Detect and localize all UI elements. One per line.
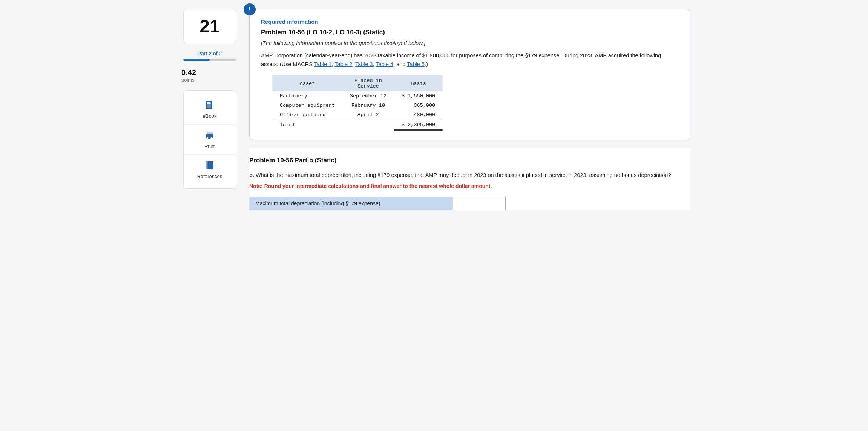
progress-bar — [183, 59, 236, 61]
asset-placed: September 12 — [342, 91, 394, 101]
part-label: Part 2 of 2 — [198, 51, 222, 57]
table2-link[interactable]: Table 2 — [334, 61, 352, 67]
references-tool[interactable]: References — [184, 155, 236, 185]
question-number: 21 — [183, 9, 236, 43]
part-b-title: Problem 10-56 Part b (Static) — [249, 157, 687, 164]
problem-intro: [The following information applies to th… — [261, 40, 679, 46]
info-icon: ! — [244, 3, 256, 15]
print-label: Print — [205, 143, 215, 149]
ebook-icon — [204, 100, 215, 112]
part-b-question: b. What is the maximum total depreciatio… — [249, 171, 687, 180]
references-label: References — [197, 174, 222, 179]
note-text: Note: Round your intermediate calculatio… — [249, 183, 687, 189]
total-basis: $ 2,395,000 — [394, 120, 443, 130]
input-row: Maximum total depreciation (including §1… — [249, 197, 506, 210]
points-box: 0.42 points — [181, 68, 196, 83]
svg-rect-15 — [209, 165, 211, 165]
svg-rect-14 — [209, 164, 212, 164]
input-field-cell — [453, 197, 506, 210]
input-label: Maximum total depreciation (including §1… — [249, 197, 453, 210]
table-row: Office building April 2 480,000 — [272, 110, 443, 120]
points-label: points — [181, 77, 195, 83]
asset-basis: $ 1,550,000 — [394, 91, 443, 101]
references-icon — [204, 160, 215, 172]
problem-body: AMP Corporation (calendar-year-end) has … — [261, 51, 679, 69]
asset-placed: April 2 — [342, 110, 394, 120]
table5-link[interactable]: Table 5 — [407, 61, 425, 67]
svg-rect-2 — [207, 102, 210, 103]
asset-table: Asset Placed inService Basis Machinery S… — [272, 75, 443, 131]
asset-basis: 480,000 — [394, 110, 443, 120]
ebook-tool[interactable]: eBook — [184, 94, 236, 125]
table-row: Computer equipment February 10 365,000 — [272, 101, 443, 110]
svg-rect-4 — [207, 105, 210, 105]
col-asset: Asset — [272, 75, 342, 91]
max-depreciation-input[interactable] — [453, 197, 505, 210]
svg-rect-9 — [208, 138, 210, 139]
svg-rect-3 — [207, 103, 211, 104]
main-content: ! Required information Problem 10-56 (LO… — [249, 9, 690, 422]
table-row: Machinery September 12 $ 1,550,000 — [272, 91, 443, 101]
sidebar: 21 Part 2 of 2 0.42 points — [178, 9, 242, 422]
col-placed: Placed inService — [342, 75, 394, 91]
part-b-section: Problem 10-56 Part b (Static) b. What is… — [249, 148, 690, 210]
svg-rect-13 — [209, 163, 212, 163]
required-info-label: Required information — [261, 18, 679, 25]
asset-name: Machinery — [272, 91, 342, 101]
table3-link[interactable]: Table 3 — [355, 61, 373, 67]
problem-title: Problem 10-56 (LO 10-2, LO 10-3) (Static… — [261, 29, 679, 36]
asset-name: Computer equipment — [272, 101, 342, 110]
asset-basis: 365,000 — [394, 101, 443, 110]
info-box: ! Required information Problem 10-56 (LO… — [249, 9, 690, 140]
ebook-label: eBook — [203, 113, 217, 119]
print-tool[interactable]: Print — [184, 125, 236, 155]
svg-rect-8 — [208, 137, 211, 138]
sidebar-tools: eBook Print — [183, 90, 236, 189]
asset-name: Office building — [272, 110, 342, 120]
table4-link[interactable]: Table 4 — [376, 61, 393, 67]
print-icon — [204, 130, 215, 142]
progress-bar-fill — [183, 59, 210, 61]
col-basis: Basis — [394, 75, 443, 91]
asset-placed: February 10 — [342, 101, 394, 110]
table1-link[interactable]: Table 1 — [314, 61, 332, 67]
part-indicator: Part 2 of 2 — [183, 51, 236, 61]
points-value: 0.42 — [181, 68, 196, 77]
total-label: Total — [272, 120, 342, 130]
total-row: Total $ 2,395,000 — [272, 120, 443, 130]
